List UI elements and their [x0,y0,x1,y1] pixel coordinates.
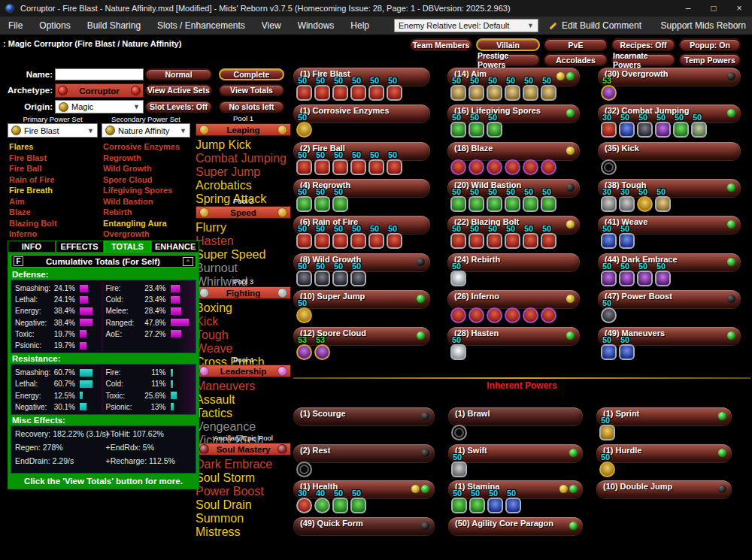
enhancement-slot[interactable]: 50 [350,76,368,102]
enhancement-slot[interactable]: 50 [296,187,314,213]
support-mids-reborn-menu[interactable]: Support Mids Reborn [661,20,752,31]
enhancement-slot[interactable]: 50 [296,150,314,177]
pool-header-leadership[interactable]: Leadership [196,365,291,377]
view-active-sets-button[interactable]: View Active Sets [145,84,212,96]
enhancement-slot[interactable]: 50 [332,150,350,177]
enhancement-slot[interactable]: 50 [487,113,505,139]
power-list-item-maneuvers[interactable]: Maneuvers [196,380,291,393]
normal-button[interactable]: Normal [145,68,212,80]
enhancement-slot[interactable] [523,298,541,325]
enhancement-slot[interactable]: 50 [601,224,619,250]
enhancement-slot[interactable]: 53 [601,76,619,102]
enhancement-slot[interactable]: 50 [468,224,487,250]
enhancement-slot[interactable]: 50 [541,76,559,102]
enhancement-slot[interactable]: 50 [450,224,468,250]
enhancement-slot[interactable]: 30 [601,113,619,139]
power-list-item-assault[interactable]: Assault [196,393,291,407]
tab-effects[interactable]: EFFECTS [56,241,104,253]
power-bar-50-agility-core-paragon[interactable]: (50) Agility Core Paragon [448,517,583,535]
power-list-item-weave[interactable]: Weave [196,342,291,356]
enhancement-slot[interactable]: 50 [637,187,655,213]
maximize-button[interactable]: □ [701,0,726,17]
enhancement-slot[interactable]: 50 [314,150,332,177]
enhancement-slot[interactable]: 53 [314,335,332,362]
power-list-item-flares[interactable]: Flares [9,141,57,153]
enhancement-slot[interactable]: 30 [601,187,619,213]
menu-options[interactable]: Options [31,17,78,35]
enhancement-slot[interactable]: 50 [619,262,637,288]
archetype-next-icon[interactable] [131,86,141,95]
enhancement-slot[interactable]: 50 [619,113,637,139]
enhancement-slot[interactable] [601,150,619,177]
enhancement-slot[interactable]: 50 [637,262,655,288]
incarnate-powers-button[interactable]: Incarnate Powers [611,53,675,66]
enhancement-slot[interactable]: 50 [450,76,468,102]
enhancement-slot[interactable]: 50 [505,489,523,515]
team-members-button[interactable]: Team Members [410,38,472,51]
menu-view[interactable]: View [253,17,290,35]
power-bar-1-scourge[interactable]: (1) Scourge [293,407,435,425]
pool-header-soul-mastery[interactable]: Soul Mastery [196,443,291,456]
enhancement-slot[interactable] [505,298,523,325]
enhancement-slot[interactable]: 50 [601,335,619,362]
enhancement-slot[interactable]: 50 [673,113,691,139]
temp-powers-button[interactable]: Temp Powers [679,53,741,66]
power-list-item-acrobatics[interactable]: Acrobatics [196,179,291,192]
enhancement-slot[interactable] [450,298,468,325]
enhancement-slot[interactable]: 50 [314,262,332,288]
float-button[interactable]: F [14,256,23,266]
enhancement-slot[interactable]: 50 [450,113,468,139]
enhancement-slot[interactable]: 50 [523,187,541,213]
enhancement-slot[interactable]: 50 [487,187,505,213]
enhancement-slot[interactable] [468,150,487,177]
power-list-item-wild-bastion[interactable]: Wild Bastion [103,196,180,207]
power-list-item-rain-of-fire[interactable]: Rain of Fire [9,174,57,186]
power-list-item-soul-drain[interactable]: Soul Drain [196,498,291,512]
minimize-button[interactable]: – [675,0,701,17]
power-list-item-super-speed[interactable]: Super Speed [196,248,291,262]
power-list-item-power-boost[interactable]: Power Boost [196,485,291,498]
power-list-item-dark-embrace[interactable]: Dark Embrace [196,458,291,471]
power-list-item-entangling-aura[interactable]: Entangling Aura [103,218,180,229]
menu-build-sharing[interactable]: Build Sharing [79,17,149,35]
enhancement-slot[interactable]: 50 [450,262,468,288]
power-list-item-fire-ball[interactable]: Fire Ball [9,163,57,174]
enhancement-slot[interactable]: 50 [487,224,505,250]
enhancement-slot[interactable]: 40 [314,489,332,515]
enhancement-slot[interactable] [523,150,541,177]
enhancement-slot[interactable]: 50 [450,187,468,213]
enhancement-slot[interactable] [541,298,559,325]
enhancement-slot[interactable] [296,453,314,479]
origin-select[interactable]: Magic ▼ [55,100,144,114]
enhancement-slot[interactable]: 50 [451,489,469,515]
archetype-prev-icon[interactable] [58,86,68,95]
power-list-item-super-jump[interactable]: Super Jump [196,165,291,179]
enhancement-slot[interactable]: 50 [619,224,637,250]
enhancement-slot[interactable]: 50 [468,76,487,102]
pve-button[interactable]: PvE [544,38,608,51]
enhancement-slot[interactable]: 50 [296,113,314,139]
enhancement-slot[interactable]: 50 [368,224,387,250]
enhancement-slot[interactable]: 50 [387,150,405,177]
power-bar-10-double-jump[interactable]: (10) Double Jump [596,480,732,498]
enhancement-slot[interactable]: 50 [332,187,350,213]
power-list-item-summon-mistress[interactable]: Summon Mistress [196,512,291,539]
power-list-item-hasten[interactable]: Hasten [196,235,291,248]
power-list-item-blazing-bolt[interactable]: Blazing Bolt [9,218,57,229]
power-list-item-blaze[interactable]: Blaze [9,207,57,218]
enhancement-slot[interactable] [505,150,523,177]
recipes-off-button[interactable]: Recipes: Off [611,38,675,51]
enhancement-slot[interactable]: 50 [368,150,387,177]
power-list-item-fire-blast[interactable]: Fire Blast [9,153,57,164]
menu-windows[interactable]: Windows [290,17,343,35]
pool-header-fighting[interactable]: Fighting [196,286,291,299]
enhancement-slot[interactable]: 50 [487,489,505,515]
slot-levels-off-button[interactable]: Slot Levels: Off [145,101,212,113]
enhancement-slot[interactable] [468,298,487,325]
popup-on-button[interactable]: Popup: On [679,38,741,51]
edit-build-comment-button[interactable]: Edit Build Comment [562,20,641,31]
enhancement-slot[interactable]: 50 [314,76,332,102]
enhancement-slot[interactable]: 50 [523,224,541,250]
enhancement-slot[interactable]: 50 [637,113,655,139]
enhancement-slot[interactable]: 50 [350,489,368,515]
